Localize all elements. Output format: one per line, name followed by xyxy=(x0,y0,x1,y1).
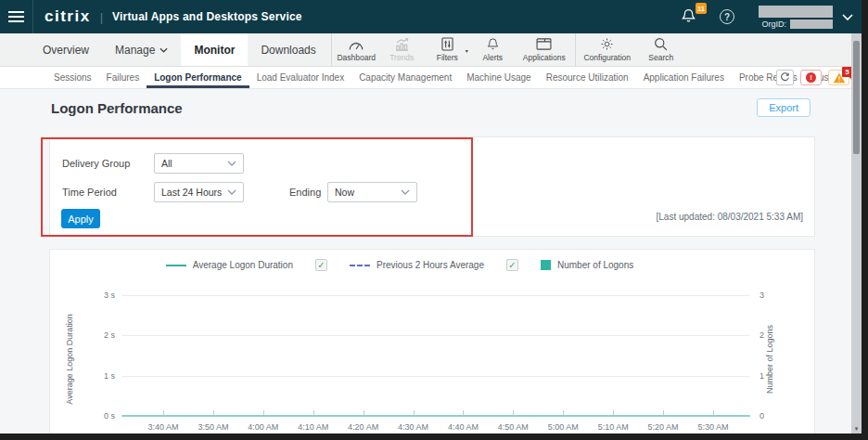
legend-item-number-of-logons[interactable]: Number of Logons xyxy=(541,260,633,270)
orgid-value-redacted xyxy=(790,19,833,29)
orgid-label: OrgID: xyxy=(761,19,786,29)
ending-select[interactable]: Now xyxy=(327,182,417,202)
left-axis-tick: 1 s xyxy=(95,371,115,381)
account-name-redacted xyxy=(759,6,833,18)
monitor-subnav-bar: SessionsFailuresLogon PerformanceLoad Ev… xyxy=(0,67,868,89)
left-axis-tick: 2 s xyxy=(95,330,115,340)
right-axis-tick: 2 xyxy=(760,330,764,340)
x-axis-tick xyxy=(313,410,314,415)
nav-tool-applications[interactable]: Applications xyxy=(516,33,573,66)
nav-tab-downloads[interactable]: Downloads xyxy=(248,33,328,66)
time-period-select[interactable]: Last 24 Hours xyxy=(154,182,244,202)
logon-performance-chart-card: Average Logon Duration ✓ Previous 2 Hour… xyxy=(49,249,815,434)
left-axis-title: Average Logon Duration xyxy=(65,314,74,404)
x-axis-tick xyxy=(713,410,714,415)
x-axis-tick xyxy=(414,410,415,415)
account-info: OrgID: xyxy=(759,6,833,29)
x-axis-tick xyxy=(513,410,514,415)
nav-tab-manage[interactable]: Manage xyxy=(102,33,181,66)
x-axis-tick xyxy=(663,410,664,415)
account-chevron-down-icon[interactable] xyxy=(842,14,853,20)
subnav-tab-resource-utilization[interactable]: Resource Utilization xyxy=(539,67,636,88)
critical-alert-button[interactable]: ! xyxy=(800,70,822,85)
nav-tool-alerts[interactable]: Alerts xyxy=(470,33,516,66)
x-axis-label: 4:00 AM xyxy=(248,422,278,432)
app-title: Virtual Apps and Desktops Service xyxy=(112,10,302,23)
x-axis-label: 4:40 AM xyxy=(448,422,479,432)
ending-label: Ending xyxy=(289,187,321,198)
subnav-tab-application-failures[interactable]: Application Failures xyxy=(636,67,732,88)
subnav-tab-capacity-management[interactable]: Capacity Management xyxy=(351,67,459,88)
x-axis-label: 4:20 AM xyxy=(348,422,378,432)
nav-tool-filters[interactable]: Filters ▾ xyxy=(425,33,470,66)
nav-tool-search[interactable]: Search xyxy=(637,33,685,66)
x-axis-label: 3:50 AM xyxy=(198,422,228,432)
x-axis-label: 4:50 AM xyxy=(498,422,529,432)
nav-tool-dashboard[interactable]: Dashboard xyxy=(334,33,379,66)
trend-chart-icon xyxy=(394,37,410,51)
subnav-tab-logon-performance[interactable]: Logon Performance xyxy=(147,67,249,88)
x-axis-tick xyxy=(613,410,614,415)
refresh-button[interactable] xyxy=(776,70,794,85)
notifications-button[interactable]: 11 xyxy=(681,7,699,26)
last-updated-text: [Last updated: 08/03/2021 5:33 AM] xyxy=(657,212,803,222)
x-axis-label: 4:10 AM xyxy=(298,422,328,432)
chevron-down-icon xyxy=(401,189,410,195)
nav-tool-trends: Trends xyxy=(379,33,425,66)
gear-icon xyxy=(600,37,614,51)
nav-tool-configuration[interactable]: Configuration xyxy=(578,33,637,66)
warning-alert-button[interactable]: 5 xyxy=(828,70,849,85)
gridline xyxy=(121,376,750,377)
help-icon[interactable]: ? xyxy=(720,9,734,24)
filter-sliders-icon xyxy=(441,37,453,51)
nav-tab-overview[interactable]: Overview xyxy=(30,33,102,66)
gauge-icon xyxy=(348,37,364,51)
window-edge-bottom xyxy=(0,434,868,440)
vertical-scrollbar[interactable]: ▾ xyxy=(851,33,862,434)
x-axis-label: 3:40 AM xyxy=(147,422,178,432)
x-axis-tick xyxy=(263,410,264,415)
apply-button[interactable]: Apply xyxy=(61,209,100,228)
subnav-tab-sessions[interactable]: Sessions xyxy=(46,67,99,88)
legend-checkbox[interactable]: ✓ xyxy=(506,259,518,271)
subnav-tab-machine-usage[interactable]: Machine Usage xyxy=(459,67,538,88)
citrix-logo: citrix xyxy=(45,7,91,26)
gridline xyxy=(121,295,750,296)
chevron-down-icon xyxy=(160,47,168,53)
legend-item-average-logon-duration[interactable]: Average Logon Duration xyxy=(166,260,293,270)
legend-item-previous-2-hours-average[interactable]: Previous 2 Hours Average xyxy=(350,260,484,270)
x-axis-tick xyxy=(163,410,164,415)
legend-checkbox[interactable]: ✓ xyxy=(315,259,327,271)
error-exclamation-icon: ! xyxy=(806,72,816,83)
x-axis-label: 5:30 AM xyxy=(697,422,728,432)
window-edge-right xyxy=(862,0,868,440)
main-content: Logon Performance Export Delivery Group … xyxy=(0,89,868,440)
header-divider: | xyxy=(100,10,103,24)
alerts-bell-icon xyxy=(486,37,500,51)
nav-divider xyxy=(331,33,332,66)
filter-panel: Delivery Group All Time Period Last 24 H… xyxy=(49,136,815,237)
right-axis-tick: 3 xyxy=(760,291,764,300)
left-axis-tick: 3 s xyxy=(95,291,115,300)
delivery-group-label: Delivery Group xyxy=(62,158,130,169)
magnifier-icon xyxy=(654,37,668,51)
scrollbar-down-arrow-icon[interactable]: ▾ xyxy=(851,425,862,433)
scrollbar-thumb[interactable] xyxy=(853,41,860,154)
chevron-down-icon xyxy=(227,161,236,166)
time-period-label: Time Period xyxy=(62,187,117,198)
app-window-icon xyxy=(536,37,552,51)
x-axis-tick xyxy=(463,410,464,415)
subnav-tab-failures[interactable]: Failures xyxy=(99,67,147,88)
right-axis-title: Number of Logons xyxy=(765,325,774,394)
nav-tab-monitor[interactable]: Monitor xyxy=(181,33,248,66)
chart-legend: Average Logon Duration ✓ Previous 2 Hour… xyxy=(50,259,749,271)
export-button[interactable]: Export xyxy=(757,98,811,117)
delivery-group-select[interactable]: All xyxy=(154,153,244,174)
dashed-line-marker xyxy=(350,265,370,266)
nav-divider xyxy=(575,33,576,66)
hamburger-menu-icon[interactable] xyxy=(0,0,33,33)
notification-count-badge: 11 xyxy=(696,3,707,14)
gridline xyxy=(121,335,750,336)
subnav-tab-load-evaluator-index[interactable]: Load Evaluator Index xyxy=(249,67,352,88)
top-header-bar: citrix | Virtual Apps and Desktops Servi… xyxy=(0,0,868,33)
